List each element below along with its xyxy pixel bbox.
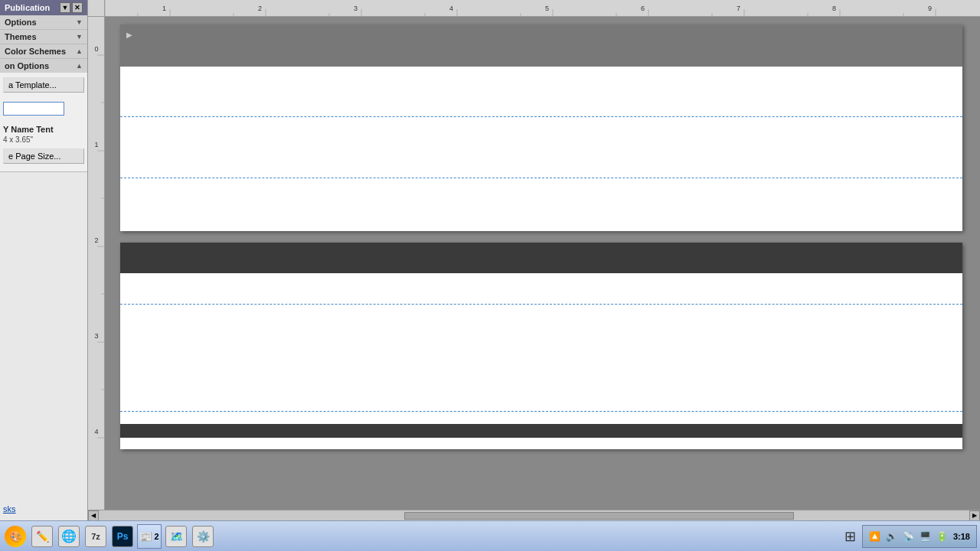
svg-text:2: 2 bbox=[258, 5, 262, 12]
page2-dashed-line-1 bbox=[120, 304, 962, 305]
svg-text:5: 5 bbox=[545, 5, 549, 12]
color-schemes-arrow: ▲ bbox=[76, 47, 83, 55]
sidebar-title-bar: Publication ▼ ✕ bbox=[0, 0, 87, 15]
taskbar-icon-ps[interactable]: Ps bbox=[110, 524, 135, 549]
taskbar-icon-tools[interactable]: ⚙️ bbox=[191, 524, 215, 549]
sidebar: Publication ▼ ✕ Options ▼ Themes ▼ bbox=[0, 0, 88, 520]
svg-text:4: 4 bbox=[449, 5, 453, 12]
svg-text:0: 0 bbox=[94, 45, 98, 53]
horizontal-ruler: 1 2 3 4 5 6 7 8 bbox=[105, 0, 980, 16]
ruler-corner bbox=[88, 0, 105, 17]
svg-text:1: 1 bbox=[162, 5, 166, 12]
ruler-top: 1 2 3 4 5 6 7 8 bbox=[88, 0, 980, 17]
section-options-label: on Options bbox=[5, 61, 49, 70]
section-options-header[interactable]: on Options ▲ bbox=[0, 59, 87, 73]
options-section-header[interactable]: Options ▼ bbox=[0, 15, 87, 29]
themes-arrow: ▼ bbox=[76, 33, 83, 41]
section-options-arrow: ▲ bbox=[76, 62, 83, 70]
svg-text:2: 2 bbox=[94, 236, 98, 244]
sidebar-title-buttons: ▼ ✕ bbox=[60, 2, 83, 13]
svg-text:8: 8 bbox=[832, 5, 836, 12]
taskbar-icon-maps[interactable]: 🗺️ bbox=[164, 524, 188, 549]
svg-text:1: 1 bbox=[94, 141, 98, 148]
themes-label: Themes bbox=[5, 32, 37, 41]
page2-dashed-line-2 bbox=[120, 411, 962, 412]
page-area[interactable]: ▶ bbox=[105, 17, 980, 510]
sidebar-title: Publication bbox=[5, 3, 50, 12]
clock: 3:18 bbox=[953, 532, 970, 541]
template-size-label: 4 x 3.65" bbox=[3, 135, 84, 144]
page-size-button[interactable]: e Page Size... bbox=[3, 148, 84, 164]
page1-header-bar: ▶ bbox=[120, 24, 962, 67]
minimize-button[interactable]: ▼ bbox=[60, 2, 70, 13]
themes-section-header[interactable]: Themes ▼ bbox=[0, 30, 87, 44]
svg-text:9: 9 bbox=[928, 5, 932, 12]
section-options-content: a Template... Y Name Tent 4 x 3.65" e Pa… bbox=[0, 73, 87, 171]
tray-icon-5[interactable]: 🔋 bbox=[936, 530, 949, 543]
template-name-label: Y Name Tent bbox=[3, 125, 84, 134]
hscroll-thumb[interactable] bbox=[404, 512, 795, 520]
svg-text:3: 3 bbox=[354, 5, 358, 12]
canvas-scroll: 0 1 2 3 4 bbox=[88, 17, 980, 510]
svg-text:6: 6 bbox=[641, 5, 645, 12]
svg-text:3: 3 bbox=[94, 332, 98, 340]
hscroll-left-button[interactable]: ◀ bbox=[88, 510, 99, 521]
taskbar-icon-2[interactable]: ✏️ bbox=[30, 524, 54, 549]
section-options-section: on Options ▲ a Template... Y Name Tent 4… bbox=[0, 59, 87, 172]
sidebar-links: sks bbox=[0, 500, 87, 520]
main-area: Publication ▼ ✕ Options ▼ Themes ▼ bbox=[0, 0, 980, 520]
taskbar-apps: 🎨 ✏️ 🌐 7z Ps 📰 2 🗺️ ⚙️ bbox=[3, 524, 217, 549]
page2-dark-footer bbox=[120, 424, 962, 438]
color-schemes-section: Color Schemes ▲ bbox=[0, 44, 87, 59]
system-tray: 🔼 🔊 📡 🖥️ 🔋 3:18 bbox=[862, 525, 977, 548]
app-container: Publication ▼ ✕ Options ▼ Themes ▼ bbox=[0, 0, 980, 551]
page2-dark-header bbox=[120, 243, 962, 273]
taskbar-pub-icon: 📰 bbox=[139, 530, 152, 543]
taskbar-icon-1[interactable]: 🎨 bbox=[3, 524, 28, 549]
tray-icon-4[interactable]: 🖥️ bbox=[920, 530, 932, 543]
taskbar: 🎨 ✏️ 🌐 7z Ps 📰 2 🗺️ ⚙️ bbox=[0, 520, 980, 551]
close-button[interactable]: ✕ bbox=[72, 2, 83, 13]
tasks-link[interactable]: sks bbox=[3, 504, 84, 514]
options-section: Options ▼ bbox=[0, 15, 87, 30]
taskbar-icon-chrome[interactable]: 🌐 bbox=[57, 524, 81, 549]
hscroll-track[interactable] bbox=[100, 512, 968, 520]
svg-text:7: 7 bbox=[737, 5, 740, 12]
doc-page-2 bbox=[120, 243, 962, 449]
hscroll-bar: ◀ ▶ bbox=[88, 510, 980, 520]
tray-icon-1[interactable]: 🔼 bbox=[869, 530, 881, 543]
name-input[interactable] bbox=[3, 102, 64, 116]
vertical-ruler: 0 1 2 3 4 bbox=[88, 17, 105, 510]
template-button[interactable]: a Template... bbox=[3, 77, 84, 93]
vruler-svg: 0 1 2 3 4 bbox=[88, 17, 105, 476]
page-number: 2 bbox=[154, 532, 158, 541]
ruler-svg: 1 2 3 4 5 6 7 8 bbox=[105, 0, 980, 16]
hscroll-right-button[interactable]: ▶ bbox=[969, 510, 980, 521]
themes-section: Themes ▼ bbox=[0, 30, 87, 44]
doc-page-1: ▶ bbox=[120, 24, 962, 231]
svg-rect-0 bbox=[105, 0, 980, 16]
page1-dashed-line-1 bbox=[120, 116, 962, 117]
sidebar-spacer bbox=[0, 172, 87, 500]
options-label: Options bbox=[5, 18, 37, 27]
taskbar-icon-7zip[interactable]: 7z bbox=[83, 524, 108, 549]
tray-icon-3[interactable]: 📡 bbox=[903, 530, 915, 543]
tray-icon-2[interactable]: 🔊 bbox=[886, 530, 898, 543]
canvas-area: 1 2 3 4 5 6 7 8 bbox=[88, 0, 980, 520]
zoom-area: ⊞ bbox=[844, 528, 856, 545]
options-arrow: ▼ bbox=[76, 18, 83, 26]
taskbar-active-app[interactable]: 📰 2 bbox=[137, 524, 162, 549]
zoom-icon: ⊞ bbox=[844, 528, 856, 545]
color-schemes-section-header[interactable]: Color Schemes ▲ bbox=[0, 44, 87, 58]
color-schemes-label: Color Schemes bbox=[5, 47, 66, 56]
svg-text:4: 4 bbox=[94, 428, 98, 435]
page1-dashed-line-2 bbox=[120, 178, 962, 178]
page1-header-text: ▶ bbox=[126, 31, 132, 39]
